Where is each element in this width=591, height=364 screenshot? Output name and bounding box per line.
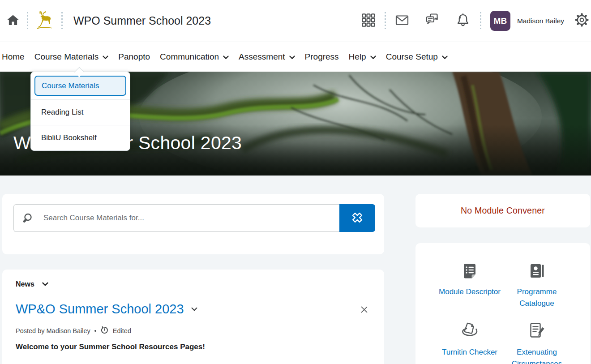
menu-item-reading-list[interactable]: Reading List	[31, 99, 130, 125]
email-button[interactable]	[394, 12, 410, 30]
minibar: WPO Summer School 2023	[0, 0, 591, 42]
avatar-initials: MB	[494, 16, 507, 26]
apps-grid-button[interactable]	[360, 12, 377, 30]
chevron-down-icon	[42, 280, 48, 288]
bell-icon	[455, 12, 471, 30]
nav-item-progress[interactable]: Progress	[300, 42, 344, 72]
menu-item-bibliu-bookshelf[interactable]: BibliU Bookshelf	[31, 125, 130, 150]
search-submit-button[interactable]	[339, 204, 375, 232]
chat-button[interactable]	[424, 12, 441, 30]
nav-item-course-materials[interactable]: Course Materials	[30, 42, 114, 72]
programme-catalogue-icon	[527, 261, 547, 283]
module-convener-widget: No Module Convener	[415, 194, 590, 227]
shortcut-label: Programme Catalogue	[503, 286, 570, 309]
shortcut-turnitin-checker[interactable]: Turnitin Checker	[436, 321, 503, 364]
news-item-headline[interactable]: WP&O Summer School 2023	[16, 302, 184, 317]
chevron-down-icon	[103, 52, 108, 62]
news-meta: Posted by Madison Bailey Edited	[16, 326, 131, 336]
user-avatar[interactable]: MB	[490, 11, 510, 31]
search-input[interactable]	[13, 204, 339, 232]
divider-dotted	[27, 11, 28, 31]
divider-dotted	[61, 11, 63, 31]
settings-button[interactable]	[574, 12, 590, 30]
shortcut-label: Extenuating Circumstances	[503, 347, 570, 364]
stag-logo-icon	[35, 10, 54, 32]
news-widget: News WP&O Summer School 2023 Posted by M…	[2, 270, 384, 364]
shortcut-extenuating-circumstances[interactable]: Extenuating Circumstances	[503, 321, 570, 364]
close-icon	[360, 306, 368, 315]
chevron-down-icon	[223, 52, 229, 62]
chevron-down-icon	[442, 52, 448, 62]
chevron-down-icon	[289, 52, 295, 62]
chevron-down-icon[interactable]	[191, 305, 197, 313]
shortcut-module-descriptor[interactable]: Module Descriptor	[436, 261, 503, 309]
gear-icon	[574, 12, 590, 30]
no-convener-message: No Module Convener	[461, 206, 545, 216]
shortcuts-widget: Module Descriptor Programme Catalogue	[415, 243, 590, 364]
apps-grid-icon	[360, 12, 377, 30]
news-section-toggle[interactable]: News	[16, 280, 48, 288]
chat-bubbles-icon	[424, 12, 441, 30]
news-section-label: News	[16, 280, 34, 288]
organisation-logo-button[interactable]	[34, 10, 54, 32]
home-button[interactable]	[4, 13, 21, 30]
search-widget	[2, 194, 384, 254]
course-title: WPO Summer School 2023	[73, 14, 211, 27]
alerts-button[interactable]	[455, 12, 471, 30]
module-descriptor-icon	[460, 261, 480, 283]
ribbon-x-icon	[350, 210, 364, 226]
shortcut-label: Module Descriptor	[439, 286, 501, 298]
menu-item-course-materials[interactable]: Course Materials	[34, 76, 126, 96]
divider-dotted	[480, 11, 481, 31]
divider-dotted	[385, 11, 386, 31]
news-body-text: Welcome to your Summer School Resources …	[16, 343, 205, 351]
nav-item-assessment[interactable]: Assessment	[234, 42, 300, 72]
shortcut-label: Turnitin Checker	[442, 347, 497, 358]
chevron-down-icon	[370, 52, 376, 62]
history-icon	[100, 326, 109, 336]
email-icon	[394, 12, 410, 30]
nav-item-panopto[interactable]: Panopto	[113, 42, 155, 72]
home-icon	[6, 13, 20, 29]
user-name: Madison Bailey	[517, 17, 564, 25]
nav-item-communication[interactable]: Communication	[155, 42, 234, 72]
nav-item-help[interactable]: Help	[344, 42, 381, 72]
extenuating-circumstances-icon	[527, 321, 547, 343]
nav-item-course-setup[interactable]: Course Setup	[381, 42, 453, 72]
nav-item-home[interactable]: Home	[2, 42, 30, 72]
course-materials-dropdown: Course Materials Reading List BibliU Boo…	[30, 72, 130, 151]
posted-by-text: Posted by Madison Bailey	[16, 327, 90, 334]
course-navbar: Home Course Materials Panopto Communicat…	[0, 42, 591, 72]
turnitin-checker-icon	[459, 321, 480, 343]
separator-dot	[94, 330, 96, 332]
shortcut-programme-catalogue[interactable]: Programme Catalogue	[503, 261, 570, 309]
dismiss-news-button[interactable]	[358, 304, 370, 316]
edited-label: Edited	[113, 327, 131, 334]
